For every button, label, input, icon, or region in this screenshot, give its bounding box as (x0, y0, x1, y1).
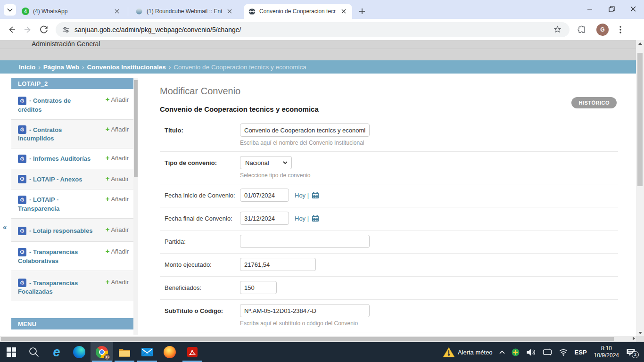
tipo-label: Tipo de convenio: (165, 156, 240, 179)
titulo-input[interactable] (240, 123, 370, 137)
system-tray: Alerta méteo ESP 8:10 10/9/2024 2 (439, 345, 644, 359)
partida-input[interactable] (240, 235, 370, 248)
fecha-final-label: Fecha final de Convenio: (165, 212, 240, 225)
breadcrumb-inicio[interactable]: Inicio (19, 64, 35, 71)
wifi-icon[interactable] (559, 348, 568, 356)
hoy-link[interactable]: Hoy | (295, 215, 309, 222)
extensions-icon[interactable] (574, 22, 589, 37)
plus-icon: + (106, 154, 110, 162)
tab-roundcube[interactable]: (1) Roundcube Webmail :: Entra (131, 4, 238, 19)
taskbar-file-explorer[interactable] (113, 342, 136, 362)
taskbar-search-button[interactable] (23, 342, 45, 362)
plus-icon: + (106, 278, 110, 286)
sidebar-scrollbar[interactable] (133, 78, 138, 335)
field-row-titulo: Título: Escriba aquí el nombre del Conve… (160, 119, 618, 152)
close-icon[interactable] (340, 8, 347, 15)
add-link[interactable]: +Añadir (106, 278, 129, 286)
calendar-icon[interactable] (312, 192, 319, 199)
sidebar-item-informes-auditorias[interactable]: ⚙- Informes Auditorías +Añadir (11, 148, 133, 169)
sidebar-collapse-arrow[interactable]: « (3, 223, 7, 231)
sidebar-item-contratos-incumplidos[interactable]: ⚙- Contratos incumplidos +Añadir (11, 119, 133, 148)
taskbar-firefox[interactable] (158, 342, 181, 362)
scroll-down-arrow[interactable] (636, 329, 644, 336)
fecha-final-input[interactable] (240, 212, 289, 225)
tipo-convenio-select[interactable]: Nacional (240, 156, 292, 169)
internet-explorer-icon: e (53, 346, 60, 358)
url-text[interactable]: sanjuan.gob.ec/admin/pkg_webpage/conveni… (74, 26, 550, 33)
chevron-down-icon (7, 8, 13, 12)
sidebar-item-paginas[interactable]: - Páginas +Añadir (11, 329, 133, 336)
tab-convenio-active[interactable]: Convenio de Cooperacion tecni (244, 4, 352, 19)
scrollbar-corner (636, 336, 644, 342)
profile-avatar[interactable]: G (595, 22, 610, 37)
hoy-link[interactable]: Hoy | (295, 192, 309, 199)
close-icon[interactable] (226, 8, 233, 15)
sidebar-item-contratos-creditos[interactable]: ⚙- Contratos de créditos +Añadir (11, 89, 133, 119)
antivirus-tray-icon[interactable] (512, 348, 520, 356)
chevron-down-icon (283, 161, 288, 164)
tab-title: (1) Roundcube Webmail :: Entra (147, 8, 222, 15)
forward-button[interactable] (20, 22, 36, 38)
close-window-button[interactable] (622, 0, 644, 18)
sidebar-item-lotaip-transparencia[interactable]: ⚙- LOTAIP - Transparencia +Añadir (11, 189, 133, 218)
file-explorer-icon (118, 347, 131, 357)
language-indicator[interactable]: ESP (575, 349, 587, 356)
subtitulo-input[interactable] (240, 304, 370, 317)
sidebar-item-transparencias-focalizadas[interactable]: ⚙- Transparencias Focalizadas +Añadir (11, 271, 133, 302)
subtitulo-label: SubTítulo o Código: (165, 304, 240, 327)
taskbar-clock[interactable]: 8:10 10/9/2024 (594, 345, 619, 359)
taskbar-chrome[interactable]: G (91, 342, 113, 362)
url-bar[interactable]: sanjuan.gob.ec/admin/pkg_webpage/conveni… (56, 22, 570, 37)
minimize-button[interactable] (579, 0, 601, 18)
fecha-inicio-label: Fecha inicio de Convenio: (165, 189, 240, 202)
plus-icon: + (106, 225, 110, 233)
acrobat-icon (187, 347, 198, 357)
scroll-up-arrow[interactable] (636, 40, 644, 47)
browser-menu-icon[interactable] (613, 22, 628, 37)
tab-search-button[interactable] (4, 4, 16, 16)
close-icon[interactable] (113, 8, 121, 15)
calendar-icon[interactable] (312, 215, 319, 222)
taskbar-edge[interactable] (68, 342, 91, 362)
breadcrumb-pagina-web[interactable]: Página Web (43, 64, 79, 71)
site-settings-icon[interactable] (62, 26, 70, 33)
horizontal-scrollbar-thumb[interactable] (1, 337, 614, 341)
notification-center-button[interactable]: 2 (626, 348, 636, 356)
start-button[interactable] (0, 342, 23, 362)
page-horizontal-scrollbar[interactable] (0, 336, 636, 342)
field-row-beneficiados: Beneficiados: (160, 277, 618, 300)
vertical-scrollbar-thumb[interactable] (637, 53, 643, 186)
historico-button[interactable]: HISTÓRICO (571, 97, 617, 108)
reload-button[interactable] (36, 22, 52, 38)
sidebar-scrollbar-thumb[interactable] (134, 80, 138, 177)
restore-button[interactable] (601, 0, 622, 18)
beneficiados-input[interactable] (240, 281, 277, 294)
new-tab-button[interactable] (356, 6, 368, 17)
add-link[interactable]: +Añadir (106, 95, 129, 104)
volume-icon[interactable] (526, 348, 536, 356)
sidebar-item-transparencias-colaborativas[interactable]: ⚙- Transparencias Colaborativas +Añadir (11, 241, 133, 271)
weather-alert[interactable]: Alerta méteo (443, 347, 493, 358)
tray-expand-chevron[interactable] (499, 351, 505, 354)
add-link[interactable]: +Añadir (106, 195, 129, 203)
monto-input[interactable] (240, 258, 316, 271)
add-link[interactable]: +Añadir (106, 154, 129, 162)
taskbar-ie[interactable]: e (45, 342, 68, 362)
fecha-inicio-input[interactable] (240, 189, 289, 202)
tab-whatsapp[interactable]: 4 (4) WhatsApp (17, 4, 125, 19)
sidebar-item-lotaip-anexos[interactable]: ⚙- LOTAIP - Anexos +Añadir (11, 169, 133, 189)
back-button[interactable] (4, 22, 20, 38)
titulo-help: Escriba aquí el nombre del Convenio Inst… (240, 140, 370, 146)
scroll-right-arrow[interactable] (633, 337, 635, 340)
add-link[interactable]: +Añadir (106, 225, 129, 234)
add-link[interactable]: +Añadir (106, 247, 129, 255)
cast-display-icon[interactable] (543, 348, 552, 356)
page-vertical-scrollbar[interactable] (636, 40, 644, 336)
taskbar-mail[interactable] (136, 342, 158, 362)
bookmark-star-icon[interactable] (550, 22, 565, 37)
add-link[interactable]: +Añadir (106, 125, 129, 133)
add-link[interactable]: +Añadir (106, 174, 129, 183)
breadcrumb-convenios[interactable]: Convenios Institucionales (87, 64, 166, 71)
sidebar-item-lotaip-responsables[interactable]: ⚙- Lotaip responsables +Añadir (11, 218, 133, 241)
taskbar-acrobat[interactable] (181, 342, 204, 362)
